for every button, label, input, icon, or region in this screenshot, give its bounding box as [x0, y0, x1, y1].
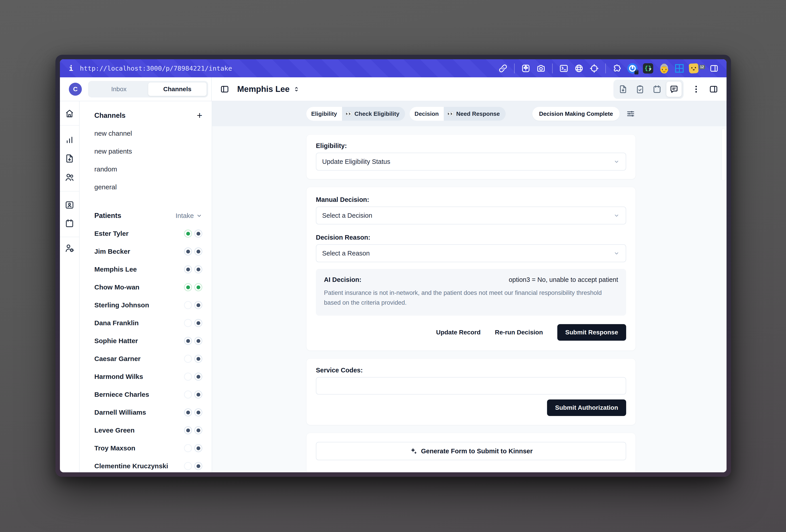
workflow-badge[interactable]: Eligibility👀Check Eligibility — [306, 107, 405, 121]
chevron-down-icon — [613, 250, 620, 257]
badge-status: 👀Check Eligibility — [342, 107, 405, 121]
channel-item[interactable]: new patients — [94, 142, 202, 160]
generate-form-button[interactable]: Generate Form to Submit to Kinnser — [316, 442, 626, 460]
patient-row[interactable]: Clementine Kruczynski — [94, 457, 202, 472]
bar-chart-icon[interactable] — [64, 134, 75, 145]
decision-reason-select[interactable]: Select a Reason — [316, 244, 626, 262]
home-icon[interactable] — [64, 108, 75, 118]
generate-form-label: Generate Form to Submit to Kinnser — [421, 447, 533, 455]
person-extension-icon[interactable]: 👵 — [658, 64, 670, 73]
terminal-icon[interactable] — [559, 64, 569, 73]
badge-stage: Eligibility — [306, 107, 342, 121]
patient-row[interactable]: Sophie Hatter — [94, 332, 202, 350]
decision-reason-label: Decision Reason: — [316, 234, 626, 241]
calendar-icon[interactable] — [649, 82, 665, 97]
status-dot-dark — [194, 230, 202, 238]
eligibility-select[interactable]: Update Eligibility Status — [316, 153, 626, 170]
user-settings-icon[interactable] — [64, 243, 75, 253]
patient-name: Clementine Kruczynski — [94, 462, 168, 470]
workflow-badge[interactable]: Decision👀Need Response — [410, 107, 505, 121]
clipboard-check-icon[interactable] — [632, 82, 648, 97]
service-codes-input[interactable] — [316, 377, 626, 395]
status-dot-empty — [184, 373, 192, 381]
status-dot-empty — [184, 462, 192, 470]
status-dot-dark — [194, 373, 202, 381]
dev-brackets-extension-icon[interactable]: {}➤ — [643, 63, 653, 73]
password-manager-extension-icon[interactable] — [627, 63, 638, 73]
patient-row[interactable]: Troy Maxson — [94, 439, 202, 457]
panel-left-icon[interactable] — [220, 84, 230, 94]
nav-rail — [60, 101, 79, 472]
status-dot-dark — [194, 248, 202, 255]
patient-row[interactable]: Ester Tyler — [94, 225, 202, 242]
eyes-icon: 👀 — [447, 111, 454, 117]
channel-item[interactable]: new channel — [94, 124, 202, 142]
kinnser-card: Generate Form to Submit to Kinnser Patie… — [306, 433, 636, 472]
crosshair-icon[interactable] — [589, 64, 599, 73]
patient-name: Sophie Hatter — [94, 337, 138, 345]
avatar[interactable]: C — [69, 83, 82, 96]
scrollbar-thumb[interactable] — [722, 129, 725, 181]
status-dot-empty — [184, 391, 192, 398]
sliders-icon[interactable] — [625, 109, 636, 119]
channel-item[interactable]: general — [94, 178, 202, 196]
form-scroll-area[interactable]: Eligibility: Update Eligibility Status M… — [212, 126, 726, 472]
patient-row[interactable]: Dana Franklin — [94, 314, 202, 332]
window-grid-extension-icon[interactable] — [675, 64, 684, 73]
extensions-puzzle-icon[interactable] — [612, 64, 622, 73]
calendar-icon[interactable] — [64, 218, 75, 228]
sidebar: Channels + new channelnew patientsrandom… — [79, 101, 212, 472]
status-dot-empty — [184, 301, 192, 309]
browser-sidebar-icon[interactable] — [709, 64, 719, 73]
globe-icon[interactable] — [574, 64, 584, 73]
eligibility-select-value: Update Eligibility Status — [322, 158, 390, 165]
browser-url-bar[interactable]: i http://localhost:3000/p/78984221/intak… — [60, 59, 726, 77]
contact-card-icon[interactable] — [64, 200, 75, 210]
status-dot-dark — [194, 355, 202, 363]
update-record-button[interactable]: Update Record — [436, 329, 481, 336]
submit-response-button[interactable]: Submit Response — [557, 324, 626, 341]
ai-decision-label: AI Decision: — [324, 276, 362, 283]
panel-right-icon[interactable] — [709, 84, 718, 94]
patient-row[interactable]: Levee Green — [94, 421, 202, 439]
status-dot-green — [184, 230, 192, 238]
file-download-icon[interactable] — [616, 82, 631, 97]
chat-icon[interactable] — [666, 82, 681, 97]
tab-inbox[interactable]: Inbox — [90, 83, 148, 96]
patient-row[interactable]: Harmond Wilks — [94, 368, 202, 386]
tab-channels[interactable]: Channels — [148, 83, 207, 96]
submit-authorization-button[interactable]: Submit Authorization — [547, 399, 626, 416]
file-download-icon[interactable] — [64, 153, 75, 164]
page-title: Memphis Lee — [237, 85, 290, 94]
add-channel-button[interactable]: + — [197, 111, 202, 120]
patient-row[interactable]: Berniece Charles — [94, 386, 202, 403]
image-icon[interactable] — [521, 64, 531, 73]
patients-filter-dropdown[interactable]: Intake — [176, 212, 202, 219]
toast-extension-icon[interactable] — [689, 63, 699, 73]
chevrons-up-down-icon[interactable] — [293, 85, 300, 93]
status-dot-empty — [184, 444, 192, 452]
eligibility-label: Eligibility: — [316, 142, 626, 149]
status-pill[interactable]: Decision Making Complete — [532, 107, 620, 121]
manual-decision-label: Manual Decision: — [316, 196, 626, 203]
link-icon[interactable] — [498, 64, 508, 73]
manual-decision-value: Select a Decision — [322, 212, 372, 219]
camera-icon[interactable] — [536, 64, 546, 73]
more-menu-icon[interactable] — [691, 84, 701, 94]
patient-row[interactable]: Caesar Garner — [94, 350, 202, 368]
rerun-decision-button[interactable]: Re-run Decision — [495, 329, 543, 336]
patient-row[interactable]: Chow Mo-wan — [94, 278, 202, 296]
status-dot-dark — [184, 337, 192, 345]
status-dot-dark — [194, 462, 202, 470]
patient-name: Memphis Lee — [94, 265, 137, 273]
patient-row[interactable]: Memphis Lee — [94, 260, 202, 278]
eligibility-card: Eligibility: Update Eligibility Status — [306, 134, 636, 179]
patient-row[interactable]: Sterling Johnson — [94, 296, 202, 314]
manual-decision-select[interactable]: Select a Decision — [316, 207, 626, 225]
status-dot-dark — [194, 337, 202, 345]
url-text[interactable]: http://localhost:3000/p/78984221/intake — [80, 65, 232, 72]
channel-item[interactable]: random — [94, 160, 202, 178]
patient-row[interactable]: Jim Becker — [94, 242, 202, 260]
users-icon[interactable] — [64, 172, 75, 182]
patient-row[interactable]: Darnell Williams — [94, 403, 202, 421]
